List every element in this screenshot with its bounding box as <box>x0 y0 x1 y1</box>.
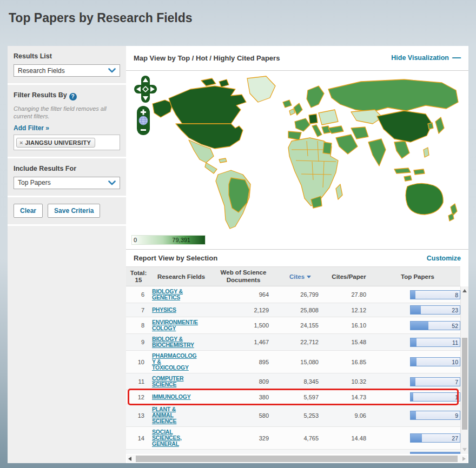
field-link[interactable]: PHARMACOLOG Y & TOXICOLOGY <box>152 353 213 371</box>
map-pan-control[interactable] <box>134 75 157 103</box>
documents-cell: 580 <box>213 412 269 419</box>
sort-desc-icon <box>307 276 311 278</box>
cites-per-paper-cell: 14.73 <box>319 394 366 400</box>
documents-cell: 380 <box>213 394 269 400</box>
column-header-total: Total: 15 <box>126 270 151 283</box>
cites-per-paper-cell: 16.85 <box>319 359 366 365</box>
documents-cell: 1,467 <box>213 339 269 345</box>
top-papers-bar[interactable]: 8 <box>410 290 460 299</box>
top-papers-bar[interactable]: 23 <box>410 305 460 315</box>
cites-per-paper-cell: 16.90 <box>319 453 366 454</box>
bar-fill <box>411 291 415 299</box>
map-view-header: Map View by Top / Hot / Highly Cited Pap… <box>126 46 468 71</box>
world-map[interactable] <box>150 74 469 231</box>
scroll-up-icon[interactable] <box>462 289 467 292</box>
top-papers-bar[interactable]: 10 <box>410 357 460 366</box>
field-link[interactable]: ENVIRONMENT/E COLOGY <box>152 319 213 331</box>
report-view-title: Report View by Selection <box>134 254 427 262</box>
field-link[interactable]: BIOLOGY & GENETICS <box>152 289 213 300</box>
table-body: 6BIOLOGY & GENETICS96426,79927.8087PHYSI… <box>126 286 460 454</box>
top-papers-cell: 9 <box>366 411 460 420</box>
rank-cell: 6 <box>126 291 144 298</box>
help-icon[interactable]: ? <box>69 93 77 101</box>
filter-label: Filter Results By? <box>14 91 120 101</box>
horizontal-scroll-thumb[interactable] <box>136 456 458 462</box>
vertical-scrollbar[interactable] <box>460 286 468 454</box>
field-link[interactable]: PLANT & ANIMAL SCIENCE <box>152 406 213 424</box>
horizontal-scrollbar[interactable] <box>127 455 467 463</box>
top-papers-cell: 11 <box>366 338 460 347</box>
minimize-icon[interactable]: — <box>452 53 461 63</box>
customize-link[interactable]: Customize <box>427 255 461 262</box>
vertical-scroll-thumb[interactable] <box>462 338 467 430</box>
table-header-row: Total: 15 Research Fields Web of Science… <box>126 266 460 286</box>
cites-cell: 25,808 <box>269 307 319 313</box>
clear-button[interactable]: Clear <box>14 204 43 218</box>
documents-cell: 895 <box>213 359 269 365</box>
hide-visualization-link[interactable]: Hide Visualization <box>391 54 449 62</box>
include-value: Top Papers <box>18 179 108 186</box>
top-papers-cell: 1 <box>366 392 460 402</box>
column-header-documents[interactable]: Web of Science Documents <box>211 269 275 283</box>
field-link[interactable]: COMPUTER SCIENCE <box>152 376 213 387</box>
documents-cell: 809 <box>213 378 269 385</box>
cites-cell: 15,080 <box>269 359 319 365</box>
bar-value: 23 <box>452 307 458 313</box>
main-area: Map View by Top / Hot / Highly Cited Pap… <box>126 46 468 463</box>
map-view-title: Map View by Top / Hot / Highly Cited Pap… <box>134 54 391 62</box>
top-papers-bar[interactable]: 627 <box>410 452 460 454</box>
save-criteria-button[interactable]: Save Criteria <box>48 204 100 218</box>
bar-fill <box>411 411 416 419</box>
cites-per-paper-cell: 14.48 <box>319 435 366 442</box>
globe-icon <box>139 116 148 125</box>
add-filter-link[interactable]: Add Filter » <box>14 124 49 132</box>
documents-cell: 329 <box>213 435 269 442</box>
include-dropdown[interactable]: Top Papers <box>14 177 120 189</box>
column-header-research-fields[interactable]: Research Fields <box>151 273 211 280</box>
rank-cell: 11 <box>126 378 144 385</box>
sidebar: Results List Research Fields Filter Resu… <box>8 46 126 463</box>
page-title: Top Papers by Research Fields <box>0 0 476 25</box>
map-legend: 0 79,391 <box>131 235 206 245</box>
documents-cell: 1,500 <box>213 322 269 329</box>
table-row: 12IMMUNOLOGY3805,59714.731 <box>126 390 460 404</box>
field-link[interactable]: SOCIAL SCIENCES, GENERAL <box>152 429 213 447</box>
chevron-down-icon <box>108 68 116 73</box>
field-link[interactable]: BIOLOGY & BIOCHEMISTRY <box>152 336 213 348</box>
scroll-left-icon[interactable] <box>128 457 131 461</box>
map-zoom-control[interactable] <box>136 105 150 136</box>
report-view-header: Report View by Selection Customize <box>126 249 468 266</box>
filter-tag: × JIANGSU UNIVERSITY <box>16 138 95 148</box>
field-link[interactable]: ALL FIELDS <box>152 453 213 454</box>
scroll-right-icon[interactable] <box>462 457 466 461</box>
scroll-down-icon[interactable] <box>462 448 467 451</box>
cites-cell: 8,345 <box>269 378 319 385</box>
remove-tag-icon[interactable]: × <box>19 139 23 146</box>
top-papers-bar[interactable]: 1 <box>410 392 460 402</box>
top-papers-bar[interactable]: 11 <box>410 338 460 347</box>
top-papers-bar[interactable]: 27 <box>410 433 460 443</box>
rank-cell: 8 <box>126 322 144 329</box>
documents-cell: 34,643 <box>213 453 269 454</box>
cites-per-paper-cell: 15.48 <box>319 339 366 345</box>
column-header-top-papers[interactable]: Top Papers <box>373 273 460 280</box>
table-row: 10PHARMACOLOG Y & TOXICOLOGY89515,08016.… <box>126 351 460 373</box>
cites-cell: 585,597 <box>269 453 319 454</box>
column-header-cites-per-paper[interactable]: Cites/Paper <box>325 273 373 280</box>
top-papers-bar[interactable]: 9 <box>410 411 460 420</box>
top-papers-bar[interactable]: 52 <box>410 321 460 330</box>
rank-cell: 9 <box>126 339 144 345</box>
rank-cell: 7 <box>126 307 144 313</box>
top-papers-bar[interactable]: 7 <box>410 377 460 386</box>
cites-cell: 24,155 <box>269 322 319 329</box>
top-papers-cell: 52 <box>366 321 460 330</box>
results-list-dropdown[interactable]: Research Fields <box>14 64 120 77</box>
column-header-cites[interactable]: Cites <box>275 273 325 280</box>
field-link[interactable]: IMMUNOLOGY <box>152 394 213 400</box>
cites-cell: 5,597 <box>269 394 319 400</box>
results-list-section: Results List Research Fields <box>8 46 126 83</box>
bar-fill <box>411 434 422 442</box>
filter-input[interactable]: × JIANGSU UNIVERSITY <box>14 135 120 150</box>
field-link[interactable]: PHYSICS <box>152 307 213 313</box>
filter-section: Filter Results By? Changing the filter f… <box>8 85 126 157</box>
